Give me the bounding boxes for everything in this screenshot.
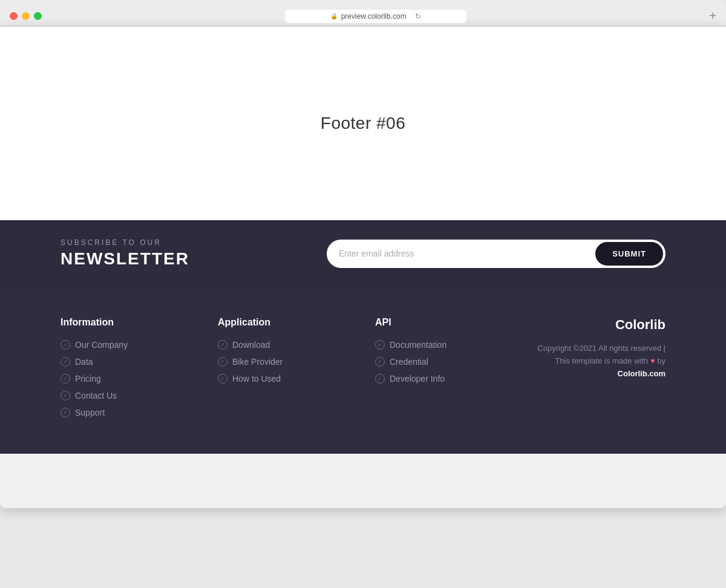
list-item[interactable]: Documentation	[375, 340, 508, 350]
link-developer-info: Developer Info	[390, 374, 445, 384]
circle-check-icon	[60, 357, 70, 367]
subscribe-label: SUBSCRIBE TO OUR	[60, 238, 189, 247]
email-input[interactable]	[339, 249, 595, 258]
circle-check-icon	[375, 374, 385, 384]
link-our-company: Our Company	[75, 340, 128, 350]
newsletter-text: SUBSCRIBE TO OUR NEWSLETTER	[60, 238, 189, 269]
minimize-button[interactable]	[22, 12, 30, 20]
list-item[interactable]: Our Company	[60, 340, 194, 350]
brand-name: Colorlib	[532, 317, 666, 333]
link-download: Download	[232, 340, 270, 350]
circle-check-icon	[218, 374, 227, 384]
link-support: Support	[75, 408, 105, 417]
browser-chrome: 🔒 preview.colorlib.com ↻ +	[0, 0, 726, 27]
new-tab-button[interactable]: +	[709, 9, 716, 23]
copyright-label: Copyright ©2021 All rights reserved | Th…	[537, 344, 666, 365]
circle-check-icon	[60, 340, 70, 350]
circle-check-icon	[218, 357, 227, 367]
lock-icon: 🔒	[330, 13, 338, 19]
list-item[interactable]: Data	[60, 357, 194, 367]
circle-check-icon	[60, 374, 70, 384]
address-bar: 🔒 preview.colorlib.com ↻	[49, 10, 702, 23]
footer-grid: Information Our Company Data Pricing	[60, 317, 666, 417]
link-contact-us: Contact Us	[75, 391, 117, 400]
maximize-button[interactable]	[34, 12, 42, 20]
list-item[interactable]: Bike Provider	[218, 357, 351, 367]
newsletter-title: NEWSLETTER	[60, 249, 189, 269]
page-title: Footer #06	[321, 114, 405, 133]
list-item[interactable]: Pricing	[60, 374, 194, 384]
circle-check-icon	[60, 408, 70, 417]
by-text: by	[657, 356, 666, 365]
footer: Information Our Company Data Pricing	[0, 287, 726, 454]
footer-column-information: Information Our Company Data Pricing	[60, 317, 194, 417]
heart-icon: ♥	[650, 356, 655, 365]
colorlib-link[interactable]: Colorlib.com	[618, 369, 666, 378]
footer-column-application: Application Download Bike Provider How t…	[218, 317, 351, 417]
footer-list-application: Download Bike Provider How to Used	[218, 340, 351, 384]
content-area: Footer #06	[0, 27, 726, 220]
footer-list-information: Our Company Data Pricing Contact Us	[60, 340, 194, 417]
newsletter-form: SUBMIT	[327, 240, 666, 268]
address-bar-inner[interactable]: 🔒 preview.colorlib.com ↻	[285, 10, 466, 23]
close-button[interactable]	[10, 12, 18, 20]
footer-col-title-api: API	[375, 317, 508, 328]
circle-check-icon	[218, 340, 227, 350]
list-item[interactable]: Developer Info	[375, 374, 508, 384]
footer-column-api: API Documentation Credential Developer I…	[375, 317, 508, 417]
footer-col-title-application: Application	[218, 317, 351, 328]
newsletter-banner: SUBSCRIBE TO OUR NEWSLETTER SUBMIT	[0, 220, 726, 287]
footer-col-title-information: Information	[60, 317, 194, 328]
list-item[interactable]: Contact Us	[60, 391, 194, 400]
link-how-to-used: How to Used	[232, 374, 281, 384]
circle-check-icon	[60, 391, 70, 400]
list-item[interactable]: Download	[218, 340, 351, 350]
list-item[interactable]: How to Used	[218, 374, 351, 384]
footer-column-brand: Colorlib Copyright ©2021 All rights rese…	[532, 317, 666, 417]
link-bike-provider: Bike Provider	[232, 357, 283, 367]
submit-button[interactable]: SUBMIT	[595, 242, 663, 266]
browser-window: Footer #06 SUBSCRIBE TO OUR NEWSLETTER S…	[0, 27, 726, 508]
link-data: Data	[75, 357, 93, 367]
reload-icon[interactable]: ↻	[415, 12, 421, 21]
traffic-lights	[10, 12, 42, 20]
link-pricing: Pricing	[75, 374, 101, 384]
url-text: preview.colorlib.com	[341, 12, 407, 21]
circle-check-icon	[375, 340, 385, 350]
copyright-text: Copyright ©2021 All rights reserved | Th…	[532, 342, 666, 380]
link-credential: Credential	[390, 357, 428, 367]
list-item[interactable]: Support	[60, 408, 194, 417]
circle-check-icon	[375, 357, 385, 367]
list-item[interactable]: Credential	[375, 357, 508, 367]
bottom-area	[0, 454, 726, 508]
link-documentation: Documentation	[390, 340, 446, 350]
footer-list-api: Documentation Credential Developer Info	[375, 340, 508, 384]
